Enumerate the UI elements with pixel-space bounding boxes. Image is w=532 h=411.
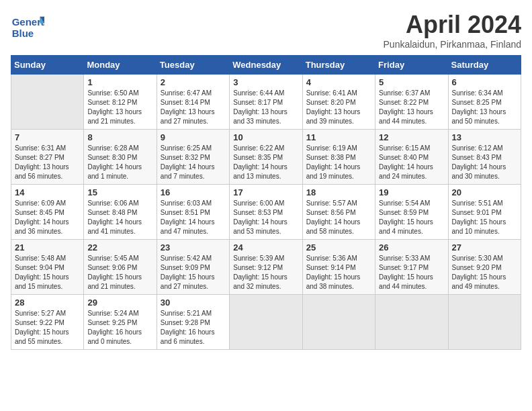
svg-text:Blue: Blue xyxy=(12,28,34,39)
logo: General Blue xyxy=(11,11,44,44)
calendar-cell: 23 Sunrise: 5:42 AMSunset: 9:09 PMDaylig… xyxy=(157,240,229,295)
day-number: 5 xyxy=(379,77,444,87)
day-number: 30 xyxy=(161,298,226,308)
day-number: 26 xyxy=(379,242,444,253)
day-number: 12 xyxy=(379,132,444,142)
day-info: Sunrise: 6:47 AMSunset: 8:14 PMDaylight:… xyxy=(161,89,215,125)
day-info: Sunrise: 5:42 AMSunset: 9:09 PMDaylight:… xyxy=(161,255,215,290)
calendar-cell: 28 Sunrise: 5:27 AMSunset: 9:22 PMDaylig… xyxy=(11,295,84,350)
calendar-cell: 11 Sunrise: 6:19 AMSunset: 8:38 PMDaylig… xyxy=(302,130,375,185)
calendar-cell: 30 Sunrise: 5:21 AMSunset: 9:28 PMDaylig… xyxy=(157,295,229,350)
calendar-cell: 3 Sunrise: 6:44 AMSunset: 8:17 PMDayligh… xyxy=(230,75,302,130)
day-number: 13 xyxy=(452,132,517,142)
day-number: 23 xyxy=(161,242,226,253)
calendar-cell: 9 Sunrise: 6:25 AMSunset: 8:32 PMDayligh… xyxy=(157,130,229,185)
day-info: Sunrise: 6:34 AMSunset: 8:25 PMDaylight:… xyxy=(452,89,506,125)
day-number: 27 xyxy=(452,242,517,253)
day-info: Sunrise: 5:30 AMSunset: 9:20 PMDaylight:… xyxy=(452,255,506,290)
day-number: 7 xyxy=(15,132,80,142)
calendar-cell: 15 Sunrise: 6:06 AMSunset: 8:48 PMDaylig… xyxy=(84,185,157,240)
day-number: 2 xyxy=(161,77,226,87)
calendar-cell: 19 Sunrise: 5:54 AMSunset: 8:59 PMDaylig… xyxy=(375,185,448,240)
day-info: Sunrise: 5:39 AMSunset: 9:12 PMDaylight:… xyxy=(233,255,287,290)
day-number: 21 xyxy=(15,242,80,253)
day-info: Sunrise: 5:33 AMSunset: 9:17 PMDaylight:… xyxy=(379,255,433,290)
day-info: Sunrise: 6:41 AMSunset: 8:20 PMDaylight:… xyxy=(306,89,361,125)
calendar-cell: 21 Sunrise: 5:48 AMSunset: 9:04 PMDaylig… xyxy=(11,240,84,295)
day-number: 11 xyxy=(306,132,371,142)
calendar-cell: 2 Sunrise: 6:47 AMSunset: 8:14 PMDayligh… xyxy=(157,75,229,130)
day-info: Sunrise: 6:12 AMSunset: 8:43 PMDaylight:… xyxy=(452,144,506,180)
day-info: Sunrise: 5:48 AMSunset: 9:04 PMDaylight:… xyxy=(15,255,69,290)
calendar-cell: 17 Sunrise: 6:00 AMSunset: 8:53 PMDaylig… xyxy=(230,185,302,240)
day-info: Sunrise: 6:09 AMSunset: 8:45 PMDaylight:… xyxy=(15,199,69,235)
calendar-cell: 7 Sunrise: 6:31 AMSunset: 8:27 PMDayligh… xyxy=(11,130,84,185)
day-info: Sunrise: 6:31 AMSunset: 8:27 PMDaylight:… xyxy=(15,144,69,180)
calendar-cell xyxy=(230,295,302,350)
calendar-week-2: 7 Sunrise: 6:31 AMSunset: 8:27 PMDayligh… xyxy=(11,130,521,185)
day-info: Sunrise: 6:00 AMSunset: 8:53 PMDaylight:… xyxy=(233,199,287,235)
calendar-week-3: 14 Sunrise: 6:09 AMSunset: 8:45 PMDaylig… xyxy=(11,185,521,240)
day-info: Sunrise: 6:44 AMSunset: 8:17 PMDaylight:… xyxy=(233,89,287,125)
title-area: April 2024 Punkalaidun, Pirkanmaa, Finla… xyxy=(384,11,521,50)
day-info: Sunrise: 6:37 AMSunset: 8:22 PMDaylight:… xyxy=(379,89,433,125)
calendar-cell: 25 Sunrise: 5:36 AMSunset: 9:14 PMDaylig… xyxy=(302,240,375,295)
day-number: 29 xyxy=(87,298,152,308)
calendar-cell xyxy=(375,295,448,350)
weekday-header-thursday: Thursday xyxy=(302,56,375,75)
weekday-header-monday: Monday xyxy=(84,56,157,75)
day-number: 1 xyxy=(87,77,152,87)
day-info: Sunrise: 6:15 AMSunset: 8:40 PMDaylight:… xyxy=(379,144,433,180)
day-number: 6 xyxy=(452,77,517,87)
day-info: Sunrise: 6:06 AMSunset: 8:48 PMDaylight:… xyxy=(87,199,142,235)
day-number: 28 xyxy=(15,298,80,308)
day-number: 20 xyxy=(452,187,517,197)
calendar-table: SundayMondayTuesdayWednesdayThursdayFrid… xyxy=(11,55,521,350)
day-number: 3 xyxy=(233,77,298,87)
weekday-header-tuesday: Tuesday xyxy=(157,56,229,75)
page-header: General Blue April 2024 Punkalaidun, Pir… xyxy=(11,11,521,50)
calendar-cell: 20 Sunrise: 5:51 AMSunset: 9:01 PMDaylig… xyxy=(448,185,521,240)
calendar-cell: 8 Sunrise: 6:28 AMSunset: 8:30 PMDayligh… xyxy=(84,130,157,185)
calendar-week-1: 1 Sunrise: 6:50 AMSunset: 8:12 PMDayligh… xyxy=(11,75,521,130)
day-number: 16 xyxy=(161,187,226,197)
day-number: 19 xyxy=(379,187,444,197)
day-info: Sunrise: 5:57 AMSunset: 8:56 PMDaylight:… xyxy=(306,199,361,235)
day-info: Sunrise: 5:24 AMSunset: 9:25 PMDaylight:… xyxy=(87,310,142,345)
day-number: 9 xyxy=(161,132,226,142)
day-number: 18 xyxy=(306,187,371,197)
day-number: 8 xyxy=(87,132,152,142)
day-number: 22 xyxy=(87,242,152,253)
calendar-cell: 4 Sunrise: 6:41 AMSunset: 8:20 PMDayligh… xyxy=(302,75,375,130)
calendar-cell: 5 Sunrise: 6:37 AMSunset: 8:22 PMDayligh… xyxy=(375,75,448,130)
calendar-cell: 24 Sunrise: 5:39 AMSunset: 9:12 PMDaylig… xyxy=(230,240,302,295)
calendar-cell: 10 Sunrise: 6:22 AMSunset: 8:35 PMDaylig… xyxy=(230,130,302,185)
day-info: Sunrise: 6:22 AMSunset: 8:35 PMDaylight:… xyxy=(233,144,287,180)
day-info: Sunrise: 5:54 AMSunset: 8:59 PMDaylight:… xyxy=(379,199,433,235)
day-info: Sunrise: 5:36 AMSunset: 9:14 PMDaylight:… xyxy=(306,255,361,290)
calendar-cell: 12 Sunrise: 6:15 AMSunset: 8:40 PMDaylig… xyxy=(375,130,448,185)
day-info: Sunrise: 5:21 AMSunset: 9:28 PMDaylight:… xyxy=(161,310,215,345)
calendar-cell: 1 Sunrise: 6:50 AMSunset: 8:12 PMDayligh… xyxy=(84,75,157,130)
day-info: Sunrise: 5:51 AMSunset: 9:01 PMDaylight:… xyxy=(452,199,506,235)
day-info: Sunrise: 5:27 AMSunset: 9:22 PMDaylight:… xyxy=(15,310,69,345)
day-info: Sunrise: 5:45 AMSunset: 9:06 PMDaylight:… xyxy=(87,255,142,290)
location: Punkalaidun, Pirkanmaa, Finland xyxy=(384,39,521,50)
calendar-cell: 13 Sunrise: 6:12 AMSunset: 8:43 PMDaylig… xyxy=(448,130,521,185)
calendar-week-5: 28 Sunrise: 5:27 AMSunset: 9:22 PMDaylig… xyxy=(11,295,521,350)
month-title: April 2024 xyxy=(384,11,521,39)
day-info: Sunrise: 6:19 AMSunset: 8:38 PMDaylight:… xyxy=(306,144,361,180)
day-number: 10 xyxy=(233,132,298,142)
logo-svg: General Blue xyxy=(11,11,44,44)
day-number: 25 xyxy=(306,242,371,253)
calendar-cell: 27 Sunrise: 5:30 AMSunset: 9:20 PMDaylig… xyxy=(448,240,521,295)
calendar-cell xyxy=(11,75,84,130)
day-number: 24 xyxy=(233,242,298,253)
calendar-body: 1 Sunrise: 6:50 AMSunset: 8:12 PMDayligh… xyxy=(11,75,521,350)
calendar-cell: 16 Sunrise: 6:03 AMSunset: 8:51 PMDaylig… xyxy=(157,185,229,240)
weekday-header-wednesday: Wednesday xyxy=(230,56,302,75)
calendar-cell xyxy=(448,295,521,350)
weekday-header-saturday: Saturday xyxy=(448,56,521,75)
day-info: Sunrise: 6:25 AMSunset: 8:32 PMDaylight:… xyxy=(161,144,215,180)
weekday-header-row: SundayMondayTuesdayWednesdayThursdayFrid… xyxy=(11,56,521,75)
